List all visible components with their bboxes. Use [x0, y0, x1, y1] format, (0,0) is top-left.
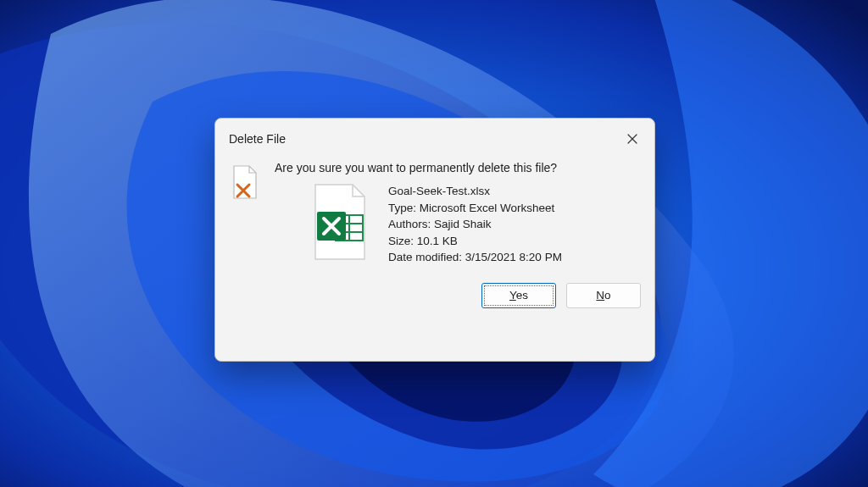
delete-file-dialog: Delete File Are you sure you want to per… — [214, 118, 655, 362]
dialog-body: Are you sure you want to permanently del… — [215, 156, 654, 274]
yes-button[interactable]: Yes — [481, 283, 556, 308]
close-icon — [627, 134, 637, 144]
excel-file-icon — [309, 183, 371, 263]
file-name: Goal-Seek-Test.xlsx — [388, 183, 562, 200]
no-button[interactable]: No — [566, 283, 641, 308]
delete-file-glyph-icon — [231, 164, 261, 202]
file-size: Size: 10.1 KB — [388, 233, 562, 250]
dialog-titlebar: Delete File — [215, 119, 654, 156]
file-authors: Authors: Sajid Shaik — [388, 216, 562, 233]
file-details: Goal-Seek-Test.xlsx Type: Microsoft Exce… — [388, 183, 562, 266]
file-type: Type: Microsoft Excel Worksheet — [388, 200, 562, 217]
close-button[interactable] — [620, 127, 644, 151]
confirmation-question: Are you sure you want to permanently del… — [275, 161, 639, 174]
file-modified: Date modified: 3/15/2021 8:20 PM — [388, 249, 562, 266]
dialog-title: Delete File — [229, 132, 286, 146]
desktop-background: Delete File Are you sure you want to per… — [0, 0, 868, 487]
dialog-footer: Yes No — [215, 274, 654, 320]
